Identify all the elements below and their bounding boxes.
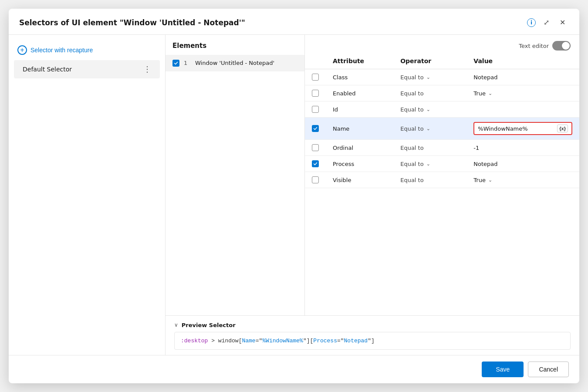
expand-icon: ⤢ xyxy=(544,18,549,27)
element-checkbox[interactable] xyxy=(172,60,179,67)
save-button[interactable]: Save xyxy=(482,362,524,377)
footer: Save Cancel xyxy=(9,355,579,383)
chevron-down-icon: ⌄ xyxy=(488,177,492,183)
attr-name-cell: Id xyxy=(326,101,393,118)
preview-equals: " xyxy=(303,338,307,344)
info-icon[interactable]: i xyxy=(527,18,536,27)
attr-operator-cell: Equal to xyxy=(393,140,466,156)
preview-header: ∨ Preview Selector xyxy=(174,322,571,328)
table-row: EnabledEqual to True ⌄ xyxy=(305,85,579,101)
attr-name-cell: Enabled xyxy=(326,85,393,101)
toggle-knob xyxy=(562,42,570,50)
preview-equals: " xyxy=(368,338,371,344)
preview-chevron[interactable]: ∨ xyxy=(174,322,178,328)
chevron-down-icon: ⌄ xyxy=(426,74,430,80)
title-bar-actions: ⤢ ✕ xyxy=(540,17,569,28)
left-panel: + Selector with recapture Default Select… xyxy=(9,35,166,355)
preview-label: Preview Selector xyxy=(182,322,236,328)
preview-attr-value: %WindowName% xyxy=(262,338,303,344)
attributes-table: Attribute Operator Value Class Equal to … xyxy=(305,53,579,188)
attr-checkbox[interactable] xyxy=(312,125,319,132)
close-button[interactable]: ✕ xyxy=(556,17,569,28)
attr-name-cell: Visible xyxy=(326,172,393,188)
preview-desktop: :desktop xyxy=(181,338,208,344)
text-editor-label: Text editor xyxy=(519,43,549,49)
preview-element: window xyxy=(218,338,239,344)
attr-operator-cell[interactable]: Equal to ⌄ xyxy=(393,118,466,140)
preview-attr-value: Notepad xyxy=(344,338,368,344)
attr-value-cell: True ⌄ xyxy=(466,172,579,188)
col-checkbox xyxy=(305,53,326,69)
text-editor-toggle[interactable] xyxy=(552,41,571,51)
value-with-dropdown[interactable]: True ⌄ xyxy=(473,90,572,97)
table-row: VisibleEqual to True ⌄ xyxy=(305,172,579,188)
attr-checkbox[interactable] xyxy=(312,176,319,183)
attr-name-cell: Ordinal xyxy=(326,140,393,156)
value-with-dropdown[interactable]: True ⌄ xyxy=(473,177,572,183)
title-bar: Selectors of UI element "Window 'Untitle… xyxy=(9,9,579,35)
attr-checkbox[interactable] xyxy=(312,90,319,97)
attr-value-cell: -1 xyxy=(466,140,579,156)
preview-bracket: ] xyxy=(307,338,310,344)
selector-item-label: Default Selector xyxy=(23,66,72,73)
col-operator: Operator xyxy=(393,53,466,69)
attr-name-cell: Name xyxy=(326,118,393,140)
attr-checkbox[interactable] xyxy=(312,74,319,81)
attributes-section: Text editor Attribute Operator Value xyxy=(305,35,579,315)
preview-bracket: ] xyxy=(371,338,375,344)
elements-header: Elements xyxy=(166,42,304,55)
attr-value-cell: Notepad xyxy=(466,156,579,172)
preview-code: :desktop > window[Name="%WindowName%"][P… xyxy=(174,332,571,350)
element-item[interactable]: 1 Window 'Untitled - Notepad' xyxy=(166,55,304,71)
elements-list: Elements 1 Window 'Untitled - Notepad' xyxy=(166,35,305,315)
attr-name-cell: Class xyxy=(326,69,393,85)
element-text: Window 'Untitled - Notepad' xyxy=(195,59,274,67)
selector-item-menu[interactable]: ⋮ xyxy=(143,65,151,73)
attr-value-cell: Notepad xyxy=(466,69,579,85)
expand-button[interactable]: ⤢ xyxy=(540,17,553,28)
operator-dropdown[interactable]: Equal to ⌄ xyxy=(400,106,460,113)
operator-label: Equal to xyxy=(400,125,423,132)
preview-attr-name: Name xyxy=(242,338,255,344)
selector-item[interactable]: Default Selector ⋮ xyxy=(14,60,160,78)
table-row: Class Equal to ⌄ Notepad xyxy=(305,69,579,85)
operator-label: Equal to xyxy=(400,74,423,81)
attr-operator-cell[interactable]: Equal to ⌄ xyxy=(393,101,466,118)
attr-operator-cell: Equal to xyxy=(393,172,466,188)
chevron-down-icon: ⌄ xyxy=(426,161,430,167)
operator-dropdown[interactable]: Equal to ⌄ xyxy=(400,74,460,81)
operator-dropdown[interactable]: Equal to ⌄ xyxy=(400,161,460,167)
main-content: + Selector with recapture Default Select… xyxy=(9,35,579,355)
attr-value-label: True xyxy=(473,177,486,183)
variable-button[interactable]: {x} xyxy=(557,125,568,132)
col-attribute: Attribute xyxy=(326,53,393,69)
text-editor-row: Text editor xyxy=(305,35,579,53)
table-row: Process Equal to ⌄ Notepad xyxy=(305,156,579,172)
add-icon: + xyxy=(17,45,27,55)
attr-name-cell: Process xyxy=(326,156,393,172)
attr-operator-cell[interactable]: Equal to ⌄ xyxy=(393,156,466,172)
attr-variable-value: %WindowName% xyxy=(478,125,554,132)
variable-value-container: %WindowName% {x} xyxy=(473,122,572,135)
add-selector-button[interactable]: + Selector with recapture xyxy=(9,42,165,58)
preview-equals: =" xyxy=(337,338,344,344)
attr-checkbox[interactable] xyxy=(312,106,319,113)
dialog: Selectors of UI element "Window 'Untitle… xyxy=(9,9,579,383)
attr-checkbox[interactable] xyxy=(312,144,319,151)
operator-dropdown[interactable]: Equal to ⌄ xyxy=(400,125,460,132)
preview-arrow: > xyxy=(208,338,218,344)
attr-operator-cell[interactable]: Equal to ⌄ xyxy=(393,69,466,85)
operator-label: Equal to xyxy=(400,106,423,113)
operator-label: Equal to xyxy=(400,161,423,167)
chevron-down-icon: ⌄ xyxy=(488,91,492,96)
dialog-title: Selectors of UI element "Window 'Untitle… xyxy=(19,18,523,27)
cancel-button[interactable]: Cancel xyxy=(528,362,569,377)
add-selector-label: Selector with recapture xyxy=(30,47,93,54)
attr-value-cell xyxy=(466,101,579,118)
chevron-down-icon: ⌄ xyxy=(426,107,430,112)
chevron-down-icon: ⌄ xyxy=(426,126,430,132)
elements-section: Elements 1 Window 'Untitled - Notepad' xyxy=(166,35,579,315)
attr-checkbox[interactable] xyxy=(312,160,319,167)
table-row: Name Equal to ⌄ %WindowName% {x} xyxy=(305,118,579,140)
element-number: 1 xyxy=(184,59,191,66)
